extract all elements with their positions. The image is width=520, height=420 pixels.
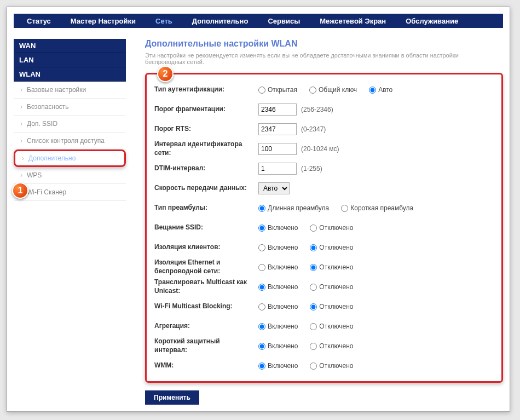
label-mc2uc: Транслировать Multicast как Unicast:: [154, 278, 258, 295]
sidebar-item-basic[interactable]: Базовые настройки: [14, 82, 126, 99]
apply-button[interactable]: Применить: [145, 390, 199, 405]
row-mc2uc: Транслировать Multicast как Unicast: Вкл…: [154, 277, 494, 297]
nav-services[interactable]: Сервисы: [258, 14, 310, 28]
row-mcast-block: Wi-Fi Multicast Blocking: Включено Отклю…: [154, 297, 494, 317]
label-agg: Агрегация:: [154, 322, 258, 331]
auth-shared[interactable]: Общий ключ: [309, 86, 357, 94]
row-rts: Порог RTS: (0-2347): [154, 119, 494, 139]
auth-open[interactable]: Открытая: [258, 86, 297, 94]
label-data-rate: Скорость передачи данных:: [154, 184, 258, 193]
label-dtim: DTIM-интервал:: [154, 164, 258, 173]
nav-maintenance[interactable]: Обслуживание: [396, 14, 468, 28]
nav-firewall[interactable]: Межсетевой Экран: [310, 14, 396, 28]
agg-on[interactable]: Включено: [258, 323, 298, 330]
label-rts: Порог RTS:: [154, 125, 258, 134]
nav-status[interactable]: Статус: [17, 14, 61, 28]
hint-frag: (256-2346): [301, 106, 333, 113]
sidebar-item-security[interactable]: Безопасность: [14, 99, 126, 116]
nav-network[interactable]: Сеть: [146, 14, 182, 28]
hint-rts: (0-2347): [301, 125, 326, 133]
row-ssid-broadcast: Вещание SSID: Включено Отключено: [154, 218, 494, 238]
ssid-off[interactable]: Отключено: [310, 224, 353, 232]
row-preamble: Тип преамбулы: Длинная преамбула Коротка…: [154, 198, 494, 218]
sidebar-item-acl[interactable]: Список контроля доступа: [14, 133, 126, 149]
wmm-on[interactable]: Включено: [258, 362, 298, 370]
nav-wizard[interactable]: Мастер Настройки: [61, 14, 146, 28]
hint-beacon: (20-1024 мс): [301, 145, 339, 153]
label-eth-iso: Изоляция Ethernet и беспроводной сети:: [154, 258, 258, 275]
nav-advanced[interactable]: Дополнительно: [182, 14, 258, 28]
label-beacon: Интервал идентификатора сети:: [154, 140, 258, 157]
page-description: Эти настройки не рекомендуется изменять …: [145, 52, 484, 65]
mcast-block-on[interactable]: Включено: [258, 303, 298, 310]
row-auth-type: Тип аутентификации: Открытая Общий ключ …: [154, 80, 494, 100]
top-nav: Статус Мастер Настройки Сеть Дополнитель…: [14, 14, 503, 28]
preamble-long[interactable]: Длинная преамбула: [258, 204, 329, 212]
row-client-iso: Изоляция клиентов: Включено Отключено: [154, 238, 494, 257]
wmm-off[interactable]: Отключено: [310, 362, 353, 370]
eth-iso-on[interactable]: Включено: [258, 263, 298, 271]
label-auth-type: Тип аутентификации:: [154, 85, 258, 94]
label-preamble: Тип преамбулы:: [154, 204, 258, 212]
hint-dtim: (1-255): [301, 165, 322, 172]
callout-1-icon: 1: [12, 182, 28, 199]
row-eth-iso: Изоляция Ethernet и беспроводной сети: В…: [154, 257, 494, 277]
row-frag: Порог фрагментации: (256-2346): [154, 100, 494, 119]
row-wmm: WMM: Включено Отключено: [154, 356, 494, 376]
row-dtim: DTIM-интервал: (1-255): [154, 159, 494, 179]
mcast-block-off[interactable]: Отключено: [310, 303, 353, 310]
label-short-gi: Короткий защитный интервал:: [154, 337, 258, 354]
settings-form: Тип аутентификации: Открытая Общий ключ …: [145, 73, 503, 383]
row-data-rate: Скорость передачи данных: Авто: [154, 179, 494, 198]
sidebar-section-wlan[interactable]: WLAN: [14, 67, 126, 82]
row-beacon: Интервал идентификатора сети: (20-1024 м…: [154, 139, 494, 159]
client-iso-off[interactable]: Отключено: [310, 244, 353, 251]
mc2uc-off[interactable]: Отключено: [310, 283, 353, 291]
callout-2-icon: 2: [157, 66, 174, 82]
input-beacon[interactable]: [258, 143, 297, 155]
main-panel: Дополнительные настройки WLAN Эти настро…: [145, 39, 503, 405]
row-short-gi: Короткий защитный интервал: Включено Отк…: [154, 336, 494, 356]
label-mcast-block: Wi-Fi Multicast Blocking:: [154, 302, 258, 311]
client-iso-on[interactable]: Включено: [258, 244, 298, 251]
sidebar-item-wifiscan[interactable]: Wi-Fi Сканер: [14, 184, 126, 201]
row-agg: Агрегация: Включено Отключено: [154, 317, 494, 336]
sidebar-item-advanced[interactable]: Дополнительно: [14, 149, 126, 167]
eth-iso-off[interactable]: Отключено: [310, 263, 353, 271]
ssid-on[interactable]: Включено: [258, 224, 298, 232]
mc2uc-on[interactable]: Включено: [258, 283, 298, 291]
preamble-short[interactable]: Короткая преамбула: [341, 204, 413, 212]
label-client-iso: Изоляция клиентов:: [154, 243, 258, 252]
input-dtim[interactable]: [258, 163, 297, 175]
label-frag: Порог фрагментации:: [154, 105, 258, 114]
agg-off[interactable]: Отключено: [310, 323, 353, 330]
auth-auto[interactable]: Авто: [369, 86, 392, 94]
input-frag[interactable]: [258, 103, 297, 116]
sidebar: WAN LAN WLAN Базовые настройки Безопасно…: [14, 39, 126, 405]
sidebar-section-lan[interactable]: LAN: [14, 53, 126, 67]
sidebar-item-wps[interactable]: WPS: [14, 167, 126, 184]
input-rts[interactable]: [258, 123, 297, 135]
sidebar-section-wan[interactable]: WAN: [14, 39, 126, 53]
label-wmm: WMM:: [154, 361, 258, 370]
label-ssid-broadcast: Вещание SSID:: [154, 223, 258, 232]
page-title: Дополнительные настройки WLAN: [145, 39, 503, 49]
short-gi-on[interactable]: Включено: [258, 342, 298, 350]
select-data-rate[interactable]: Авто: [258, 182, 290, 194]
sidebar-item-ssid[interactable]: Доп. SSID: [14, 116, 126, 133]
short-gi-off[interactable]: Отключено: [310, 342, 353, 350]
